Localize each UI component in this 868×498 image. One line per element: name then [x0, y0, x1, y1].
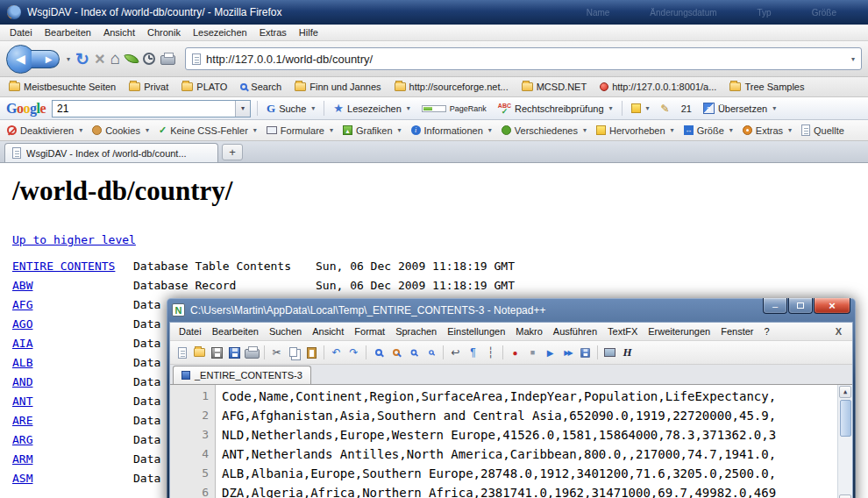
npp-menu-item[interactable]: Ansicht: [307, 324, 349, 338]
code-area[interactable]: Code,Name,Continent,Region,SurfaceArea,I…: [216, 385, 837, 498]
cut-icon[interactable]: ✂: [269, 345, 284, 360]
menu-item[interactable]: Ansicht: [97, 25, 141, 39]
entry-link[interactable]: ASM: [12, 472, 32, 485]
entry-link[interactable]: ALB: [12, 356, 32, 369]
bookmark-meistbesuchte-seiten[interactable]: Meistbesuchte Seiten: [9, 82, 116, 92]
url-text[interactable]: http://127.0.0.1/world-db/country/: [206, 53, 373, 66]
npp-titlebar[interactable]: N C:\Users\Martin\AppData\Local\Temp\_EN…: [169, 298, 853, 322]
pagerank-indicator[interactable]: PageRank: [419, 103, 489, 115]
stop-macro-icon[interactable]: ■: [525, 345, 540, 360]
bookmark-mcsd-net[interactable]: MCSD.NET: [522, 82, 587, 92]
google-search-input[interactable]: [53, 103, 235, 115]
search-chevron-down-icon[interactable]: ▾: [235, 101, 250, 117]
paragraph-marks-icon[interactable]: ¶: [466, 345, 480, 360]
npp-menu-item[interactable]: ?: [758, 324, 774, 338]
replace-icon[interactable]: [388, 345, 403, 360]
html-viewer-icon[interactable]: H: [620, 345, 635, 360]
google-search-box[interactable]: ▾: [52, 100, 251, 117]
webdev-verschiedenes[interactable]: Verschiedenes▾: [502, 125, 587, 136]
home-button[interactable]: ⌂: [110, 49, 120, 68]
google-lesezeichen-button[interactable]: ★Lesezeichen▾: [331, 102, 412, 116]
menu-close-button[interactable]: X: [829, 326, 849, 337]
bookmark-privat[interactable]: Privat: [129, 82, 168, 92]
stop-button[interactable]: ×: [95, 51, 105, 67]
npp-menu-item[interactable]: TextFX: [602, 324, 643, 338]
refresh-button[interactable]: ↻: [75, 49, 89, 69]
scroll-up-icon[interactable]: ▲: [839, 386, 851, 398]
printer-icon[interactable]: [160, 55, 175, 65]
entry-link[interactable]: ARG: [12, 433, 32, 446]
webdev-deaktivieren[interactable]: Deaktivieren▾: [7, 125, 82, 136]
scroll-down-icon[interactable]: ▼: [839, 494, 851, 498]
highlighter-button[interactable]: ▾: [629, 102, 652, 115]
entry-link[interactable]: AND: [12, 375, 32, 388]
play-macro-icon[interactable]: ▶: [543, 345, 558, 360]
bookmark-search[interactable]: Search: [240, 82, 281, 92]
minimize-button[interactable]: –: [763, 298, 787, 314]
notepad-plus-plus-window[interactable]: N C:\Users\Martin\AppData\Local\Temp\_EN…: [167, 298, 856, 498]
npp-menu-item[interactable]: Ausführen: [548, 324, 602, 338]
entry-link[interactable]: ENTIRE CONTENTS: [12, 260, 115, 273]
npp-editor[interactable]: 123456 Code,Name,Continent,Region,Surfac…: [170, 385, 852, 498]
save-macro-icon[interactable]: [578, 345, 593, 360]
npp-tab-entire-contents[interactable]: _ENTIRE_CONTENTS-3: [173, 366, 311, 384]
paste-icon[interactable]: [304, 345, 319, 360]
menu-item[interactable]: Bearbeiten: [39, 25, 97, 39]
npp-menu-item[interactable]: Format: [349, 324, 390, 338]
webdev-css[interactable]: ✓Keine CSS-Fehler▾: [159, 125, 257, 136]
npp-menu-item[interactable]: Suchen: [264, 324, 307, 338]
feather-addon-icon[interactable]: [124, 51, 139, 67]
npp-menu-item[interactable]: Bearbeiten: [207, 324, 264, 338]
find-icon[interactable]: [371, 345, 386, 360]
maximize-button[interactable]: [788, 298, 813, 314]
vertical-scrollbar[interactable]: ▲ ▼: [837, 385, 852, 498]
new-file-icon[interactable]: [174, 345, 189, 360]
entry-link[interactable]: ABW: [12, 279, 32, 292]
record-macro-icon[interactable]: ●: [508, 345, 523, 360]
webdev-informationen[interactable]: iInformationen▾: [411, 125, 492, 136]
indent-guide-icon[interactable]: ┆: [483, 345, 498, 360]
word-wrap-icon[interactable]: ↩: [448, 345, 463, 360]
undo-icon[interactable]: ↶: [329, 345, 344, 360]
menu-item[interactable]: Hilfe: [293, 25, 324, 39]
close-button[interactable]: ×: [814, 298, 850, 314]
entry-link[interactable]: ARM: [12, 452, 32, 466]
bookmark-tree-samples[interactable]: Tree Samples: [729, 82, 804, 92]
entry-link[interactable]: AGO: [12, 317, 32, 331]
save-all-icon[interactable]: [227, 345, 242, 360]
webdev-cookies[interactable]: Cookies▾: [92, 125, 149, 136]
menu-item[interactable]: Extras: [253, 25, 293, 39]
entry-link[interactable]: AFG: [12, 298, 32, 311]
npp-menu-item[interactable]: Makro: [510, 324, 548, 338]
redo-icon[interactable]: ↷: [346, 345, 361, 360]
spellcheck-button[interactable]: ABC✓Rechtschreibprüfung▾: [495, 101, 615, 117]
bookmark-127-0-0-1[interactable]: http://127.0.0.1:8001/a...: [600, 82, 716, 92]
zoom-in-icon[interactable]: [406, 345, 421, 360]
new-tab-button[interactable]: +: [222, 144, 243, 160]
entry-link[interactable]: ARE: [12, 414, 32, 427]
up-to-higher-level-link[interactable]: Up to higher level: [12, 233, 136, 246]
scrollbar-thumb[interactable]: [840, 400, 851, 437]
run-multiple-icon[interactable]: ▶▶: [560, 345, 575, 360]
menu-item[interactable]: Chronik: [141, 25, 187, 39]
npp-menu-item[interactable]: Datei: [174, 324, 207, 338]
webdev-hervorheben[interactable]: Hervorheben▾: [596, 125, 674, 136]
npp-menu-item[interactable]: Sprachen: [390, 324, 442, 338]
webdev-formulare[interactable]: Formulare▾: [267, 125, 333, 136]
open-folder-icon[interactable]: [192, 345, 207, 360]
clock-icon[interactable]: [143, 53, 155, 65]
webdev-groesse[interactable]: ↔Größe▾: [684, 125, 733, 136]
npp-menu-item[interactable]: Einstellungen: [442, 324, 510, 338]
bookmark-sourceforge[interactable]: http://sourceforge.net...: [395, 82, 509, 92]
history-chevron-down-icon[interactable]: ▾: [67, 55, 70, 63]
document-monitor-icon[interactable]: [602, 345, 617, 360]
entry-link[interactable]: AIA: [12, 337, 32, 350]
npp-menu-item[interactable]: Erweiterungen: [643, 324, 715, 338]
urlbar-chevron-down-icon[interactable]: ▾: [851, 55, 855, 63]
translate-button[interactable]: aÜbersetzen▾: [701, 101, 779, 116]
npp-menu-item[interactable]: Fenster: [715, 324, 758, 338]
tab-wsgidav[interactable]: WsgiDAV - Index of /world-db/count...: [4, 143, 218, 162]
copy-icon[interactable]: [287, 345, 302, 360]
entry-link[interactable]: ANT: [12, 395, 32, 408]
save-icon[interactable]: [210, 345, 224, 360]
